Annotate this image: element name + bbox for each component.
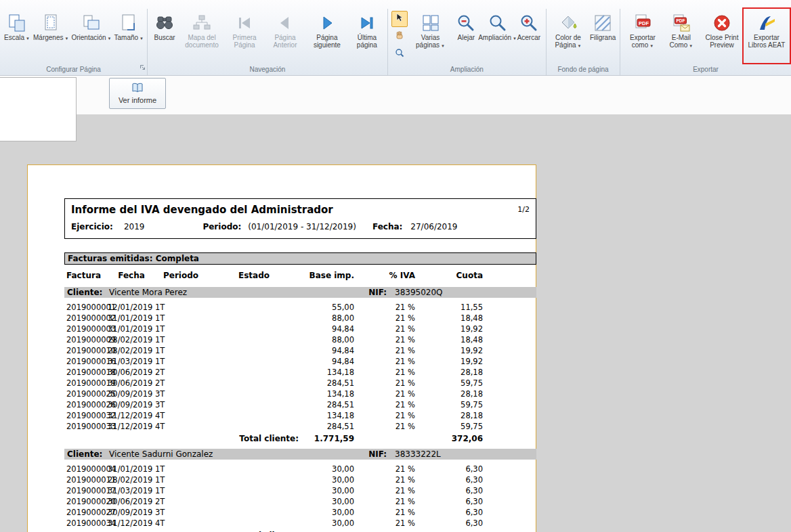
page-color-icon: [559, 12, 578, 34]
filigrana-button[interactable]: Filigrana: [588, 9, 618, 62]
ribbon-group-ampliacion: Varias páginas▼ Alejar Ampliación▼: [388, 9, 547, 75]
invoice-row: 201900000928/02/20191T88,0021 %18,48: [64, 334, 536, 345]
chevron-down-icon: ▼: [441, 44, 445, 48]
button-label: Exportar Libros AEAT: [748, 34, 786, 49]
invoice-row: 201900001731/03/20191T30,0021 %6,30: [64, 485, 536, 496]
button-label: Alejar: [457, 34, 475, 41]
color-de-pagina-button[interactable]: Color de Página▼: [549, 9, 588, 62]
cliente-label: Cliente:: [67, 288, 109, 297]
print-preview-window: Escala▼ Márgenes▼ Orientación▼: [0, 0, 791, 532]
pagina-siguiente-button[interactable]: Página siguiente: [305, 9, 349, 62]
ribbon-group-configurar-pagina: Escala▼ Márgenes▼ Orientación▼: [0, 9, 148, 75]
buscar-button[interactable]: Buscar: [150, 9, 179, 62]
binoculars-icon: [155, 12, 174, 34]
email-como-button[interactable]: PDF E-Mail Como▼: [663, 9, 700, 62]
client-name: Vicente Mora Perez: [109, 288, 187, 297]
client-total-row: Total cliente: 180,00 37,80: [64, 529, 536, 532]
invoice-row: 201900000331/01/20191T94,8421 %19,92: [64, 324, 536, 334]
chevron-down-icon: ▼: [64, 37, 68, 41]
chevron-down-icon: ▼: [108, 37, 112, 41]
zoom-tool-stack: [390, 9, 410, 62]
last-page-icon: [358, 12, 377, 34]
report-title: Informe del IVA devengado del Administra…: [71, 204, 333, 216]
close-print-preview-button[interactable]: Close Print Preview: [700, 9, 744, 62]
close-preview-icon: [712, 12, 731, 34]
client-bar: Cliente: Vicente Mora Perez NIF: 3839502…: [64, 287, 536, 298]
client-bar: Cliente: Vicente Sadurni Gonzalez NIF: 3…: [64, 449, 536, 460]
exportar-como-button[interactable]: PDF Exportar como▼: [622, 9, 663, 62]
margins-icon: [41, 12, 60, 34]
tamano-button[interactable]: Tamaño▼: [113, 9, 146, 62]
ver-informe-label: Ver informe: [119, 96, 156, 104]
secondary-toolbar: Ver informe: [0, 76, 791, 114]
ribbon: Escala▼ Márgenes▼ Orientación▼: [0, 0, 791, 76]
invoice-row: 201900003331/12/20194T284,5121 %59,75: [64, 421, 536, 432]
varias-paginas-button[interactable]: Varias páginas▼: [410, 9, 452, 62]
invoice-row: 201900000431/01/20191T30,0021 %6,30: [64, 464, 536, 474]
mapa-del-documento-button: Mapa del documento: [179, 9, 224, 62]
button-label: Ampliación: [478, 34, 511, 41]
total-base: 180,00: [301, 529, 354, 532]
fecha-value: 27/06/2019: [410, 222, 457, 231]
client-block: Cliente: Vicente Sadurni Gonzalez NIF: 3…: [64, 449, 536, 532]
button-label: Acercar: [517, 34, 540, 41]
margenes-button[interactable]: Márgenes▼: [32, 9, 70, 62]
hand-tool-button[interactable]: [391, 28, 408, 45]
invoice-row: 201900001930/06/20192T284,5121 %59,75: [64, 378, 536, 389]
ver-informe-button[interactable]: Ver informe: [109, 78, 166, 109]
chevron-down-icon: ▼: [578, 44, 582, 48]
button-label: Última página: [357, 34, 377, 49]
total-cuota: 37,80: [415, 529, 483, 532]
ampliacion-button[interactable]: Ampliación▼: [481, 9, 514, 62]
alejar-button[interactable]: Alejar: [451, 9, 481, 62]
button-label: Tamaño: [114, 34, 139, 41]
zoom-tool-icon: [395, 48, 404, 60]
escala-button[interactable]: Escala▼: [2, 9, 32, 62]
page-size-icon: [119, 12, 138, 34]
svg-text:PDF: PDF: [639, 20, 649, 26]
aeat-logo-icon: [757, 12, 776, 34]
empty-panel: [0, 77, 77, 141]
periodo-label: Periodo:: [202, 222, 241, 231]
preview-workspace: Informe del IVA devengado del Administra…: [0, 114, 791, 532]
chevron-down-icon: ▼: [26, 37, 30, 41]
ribbon-group-fondo-de-pagina: Color de Página▼ Filigrana Fondo de pági…: [547, 9, 620, 75]
exportar-libros-aeat-button[interactable]: Exportar Libros AEAT: [744, 9, 789, 62]
next-page-icon: [318, 12, 337, 34]
first-page-icon: [235, 12, 254, 34]
primera-pagina-button: Primera Página: [224, 9, 265, 62]
chevron-down-icon: ▼: [140, 37, 144, 41]
invoice-row: 201900001128/02/20191T30,0021 %6,30: [64, 474, 536, 485]
document-page: Informe del IVA devengado del Administra…: [27, 164, 536, 532]
pdf-export-icon: PDF: [633, 12, 652, 34]
zoom-tool-button[interactable]: [391, 46, 408, 62]
invoice-row: 201900003431/12/20194T30,0021 %6,30: [64, 518, 536, 529]
button-label: Mapa del documento: [185, 34, 218, 49]
group-label: Configurar Página: [0, 64, 147, 75]
invoice-row: 201900002530/09/20193T134,1821 %28,18: [64, 389, 536, 399]
pointer-tool-button[interactable]: [391, 11, 408, 27]
total-label: Total cliente:: [207, 433, 301, 445]
ultima-pagina-button[interactable]: Última página: [349, 9, 385, 62]
button-label: Escala: [4, 34, 24, 41]
nif-value: 38333222L: [395, 449, 534, 459]
ribbon-group-exportar: PDF Exportar como▼ PDF E-Mail Como▼ Clos…: [620, 9, 791, 75]
button-label: Página siguiente: [314, 34, 341, 49]
button-label: Página Anterior: [273, 34, 297, 49]
dialog-launcher-icon[interactable]: [140, 63, 146, 73]
chevron-down-icon: ▼: [649, 44, 654, 48]
svg-text:PDF: PDF: [676, 18, 685, 23]
fecha-label: Fecha:: [372, 222, 402, 231]
nif-label: NIF:: [368, 288, 387, 297]
periodo-value: (01/01/2019 - 31/12/2019): [248, 222, 356, 231]
pdf-email-icon: PDF: [672, 12, 691, 34]
acercar-button[interactable]: Acercar: [514, 9, 544, 62]
orientacion-button[interactable]: Orientación▼: [70, 9, 112, 62]
section-header: Facturas emitidas: Completa: [64, 252, 536, 265]
column-header: Factura: [64, 271, 108, 281]
column-header: Periodo: [155, 271, 207, 281]
button-label: Márgenes: [33, 34, 63, 41]
nif-value: 38395020Q: [395, 288, 534, 297]
pagina-anterior-button: Página Anterior: [265, 9, 305, 62]
ejercicio-value: 2019: [124, 222, 145, 231]
